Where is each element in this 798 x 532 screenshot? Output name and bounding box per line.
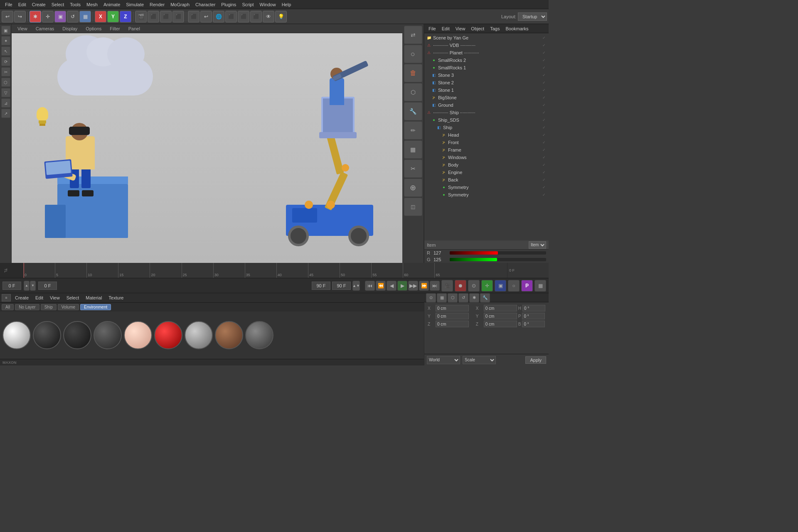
ri-trash[interactable]: 🗑 <box>404 64 422 82</box>
coord-system-dropdown[interactable]: World <box>427 356 460 364</box>
hierarchy-item[interactable]: ⊁Frame✓ <box>424 146 549 154</box>
fps-toggle[interactable]: ▲▼ <box>352 281 360 291</box>
transport-icon-c[interactable]: ✛ <box>481 280 493 292</box>
transport-goto-start[interactable]: ⏮ <box>365 281 375 291</box>
hierarchy-item[interactable]: ⊁BigStone✓ <box>424 94 549 101</box>
hierarchy-item[interactable]: ⊁Body✓ <box>424 161 549 169</box>
rotate-tool-button[interactable]: ↺ <box>67 11 79 22</box>
rm-edit[interactable]: Edit <box>439 25 452 32</box>
material-ball-5[interactable] <box>154 321 182 349</box>
3d-viewport[interactable] <box>12 33 402 263</box>
ri-cuts[interactable]: ✂ <box>404 159 422 178</box>
menu-create[interactable]: Create <box>30 1 48 8</box>
props-icon-a[interactable]: ⊙ <box>426 293 436 302</box>
viewport-tab-panel[interactable]: Panel <box>125 25 143 32</box>
transport-prev-key[interactable]: ◀ <box>387 281 397 291</box>
h-input[interactable] <box>522 305 545 311</box>
rm-file[interactable]: File <box>426 25 438 32</box>
hierarchy-item[interactable]: ●Symmetry✓ <box>424 184 549 191</box>
axis-y-button[interactable]: Y <box>107 11 119 22</box>
ri-grid[interactable]: ▦ <box>404 140 422 159</box>
hierarchy-item[interactable]: ⊁Windows✓ <box>424 154 549 161</box>
move-tool-button[interactable]: ✛ <box>42 11 54 22</box>
material-ball-1[interactable] <box>33 321 61 349</box>
transport-play[interactable]: ▶ <box>397 281 407 291</box>
axis-x-button[interactable]: X <box>95 11 106 22</box>
axis-z-button[interactable]: Z <box>120 11 131 22</box>
transport-icon-grid[interactable]: ▦ <box>534 280 546 292</box>
hierarchy-item-eye[interactable]: ✓ <box>541 50 547 56</box>
hierarchy-item-eye[interactable]: ✓ <box>541 102 547 108</box>
left-tool-h[interactable]: ⊿ <box>1 98 10 108</box>
hierarchy-item[interactable]: ◧Stone 2✓ <box>424 79 549 86</box>
g-bar-track[interactable] <box>450 258 546 261</box>
frame-end-input[interactable] <box>312 282 330 290</box>
menu-edit[interactable]: Edit <box>16 1 29 8</box>
hierarchy-item[interactable]: ●Symmetry✓ <box>424 191 549 199</box>
redo-button[interactable]: ↪ <box>14 11 26 22</box>
ri-orange[interactable]: 🔧 <box>404 102 422 120</box>
rm-view[interactable]: View <box>453 25 468 32</box>
menu-file[interactable]: File <box>2 1 15 8</box>
undo-button[interactable]: ↩ <box>2 11 13 22</box>
menu-character[interactable]: Character <box>193 1 218 8</box>
props-icon-f[interactable]: 🔧 <box>480 293 490 302</box>
hierarchy-item-eye[interactable]: ✓ <box>541 192 547 198</box>
viewport-tab-filter[interactable]: Filter <box>106 25 123 32</box>
scale-tool-button[interactable]: ▣ <box>54 11 66 22</box>
hierarchy-item-eye[interactable]: ✓ <box>541 110 547 115</box>
menu-script[interactable]: Script <box>239 1 256 8</box>
transport-icon-b[interactable]: ⊙ <box>468 280 480 292</box>
z-rot-input[interactable] <box>484 321 517 327</box>
hierarchy-item-eye[interactable]: ✓ <box>541 177 547 183</box>
frame-down-btn[interactable]: ▼ <box>30 281 36 291</box>
hierarchy-item[interactable]: ●Ship_SDS✓ <box>424 116 549 124</box>
mat-filter-tab-volume[interactable]: Volume <box>58 304 79 310</box>
layout-dropdown[interactable]: Startup <box>518 12 547 21</box>
menu-mesh[interactable]: Mesh <box>84 1 100 8</box>
hierarchy-item[interactable]: ⊁Engine✓ <box>424 169 549 176</box>
material-ball-0[interactable] <box>2 321 31 349</box>
viewport-tab-view[interactable]: View <box>14 25 31 32</box>
hierarchy-item-eye[interactable]: ✓ <box>541 42 547 48</box>
left-tool-f[interactable]: ⬡ <box>1 78 10 87</box>
item-dropdown[interactable]: Item <box>529 241 546 249</box>
mat-material[interactable]: Material <box>83 294 104 301</box>
material-ball-8[interactable] <box>245 321 273 349</box>
material-ball-2[interactable] <box>63 321 91 349</box>
hierarchy-item[interactable]: ⊁Back✓ <box>424 176 549 184</box>
ri-tex[interactable]: ◫ <box>404 198 422 216</box>
tool-a-button[interactable]: 🎬 <box>135 11 147 22</box>
x-rot-input[interactable] <box>484 305 517 311</box>
viewport-tab-options[interactable]: Options <box>82 25 105 32</box>
hierarchy-item-eye[interactable]: ✓ <box>541 125 547 130</box>
viewport-tab-display[interactable]: Display <box>59 25 81 32</box>
x-pos-input[interactable] <box>436 305 469 311</box>
transport-icon-d[interactable]: ▣ <box>495 280 506 292</box>
frame-max-input[interactable] <box>332 282 351 290</box>
ri-arrows[interactable]: ⇄ <box>404 26 422 44</box>
hierarchy-item-eye[interactable]: ✓ <box>541 154 547 160</box>
left-tool-g[interactable]: ▽ <box>1 88 10 97</box>
tool-b-button[interactable]: ⬛ <box>148 11 159 22</box>
left-tool-i[interactable]: ↗ <box>1 109 10 118</box>
menu-render[interactable]: Render <box>147 1 167 8</box>
menu-tools[interactable]: Tools <box>67 1 83 8</box>
r-bar-track[interactable] <box>450 251 546 255</box>
menu-window[interactable]: Window <box>257 1 278 8</box>
rm-object[interactable]: Object <box>468 25 487 32</box>
hierarchy-item-eye[interactable]: ✓ <box>541 35 547 41</box>
mat-filter-tab-ship[interactable]: Ship <box>41 304 57 310</box>
mat-filter-tab-all[interactable]: All <box>2 304 14 310</box>
hierarchy-item[interactable]: ●SmallRocks 1✓ <box>424 64 549 71</box>
tool-d-button[interactable]: ⬛ <box>172 11 184 22</box>
mat-select[interactable]: Select <box>64 294 82 301</box>
hierarchy-item[interactable]: ⚠············ Planet ············✓ <box>424 49 549 56</box>
props-icon-d[interactable]: ↺ <box>458 293 468 302</box>
menu-simulate[interactable]: Simulate <box>123 1 146 8</box>
transport-icon-e[interactable]: ○ <box>508 280 520 292</box>
hierarchy-item-eye[interactable]: ✓ <box>541 132 547 138</box>
props-icon-e[interactable]: ✱ <box>469 293 479 302</box>
hierarchy-item[interactable]: ◧Ship✓ <box>424 124 549 131</box>
tool-f-button[interactable]: ↩ <box>200 11 212 22</box>
